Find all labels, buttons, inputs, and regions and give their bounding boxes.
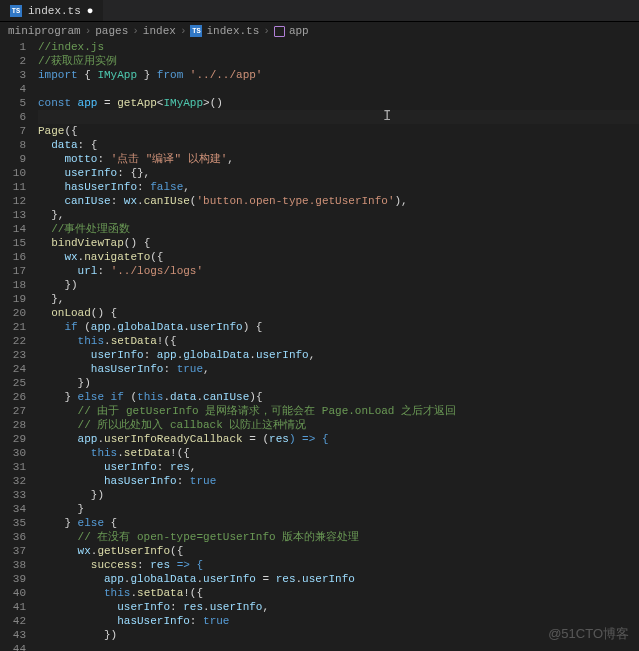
chevron-right-icon: › bbox=[132, 25, 139, 37]
text-cursor-icon: I bbox=[383, 109, 391, 123]
breadcrumb-seg[interactable]: miniprogram bbox=[8, 25, 81, 37]
tab-bar: TS index.ts ● bbox=[0, 0, 639, 22]
typescript-icon: TS bbox=[10, 5, 22, 17]
line-number-gutter: 1234567891011121314151617181920212223242… bbox=[0, 40, 38, 649]
breadcrumb-seg[interactable]: index.ts bbox=[206, 25, 259, 37]
breadcrumb-seg[interactable]: index bbox=[143, 25, 176, 37]
typescript-icon: TS bbox=[190, 25, 202, 37]
tab-index-ts[interactable]: TS index.ts ● bbox=[0, 0, 103, 21]
unsaved-indicator-icon: ● bbox=[87, 5, 94, 17]
symbol-module-icon bbox=[274, 26, 285, 37]
chevron-right-icon: › bbox=[180, 25, 187, 37]
watermark-text: @51CTO博客 bbox=[548, 625, 629, 643]
chevron-right-icon: › bbox=[263, 25, 270, 37]
breadcrumb-seg[interactable]: pages bbox=[95, 25, 128, 37]
chevron-right-icon: › bbox=[85, 25, 92, 37]
code-editor[interactable]: 1234567891011121314151617181920212223242… bbox=[0, 40, 639, 649]
breadcrumb[interactable]: miniprogram › pages › index › TS index.t… bbox=[0, 22, 639, 40]
breadcrumb-seg[interactable]: app bbox=[289, 25, 309, 37]
code-content[interactable]: //index.js //获取应用实例 import { IMyApp } fr… bbox=[38, 40, 639, 649]
tab-label: index.ts bbox=[28, 5, 81, 17]
